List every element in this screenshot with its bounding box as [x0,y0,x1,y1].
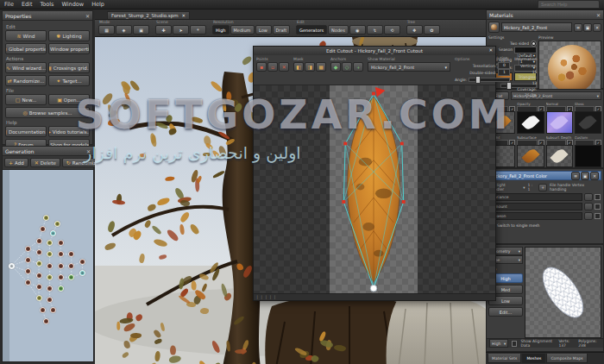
map-thumbnail-subsurface[interactable] [517,145,544,167]
generator-node[interactable] [36,273,42,279]
generator-node[interactable] [54,221,60,227]
node-properties-header[interactable]: Hickory_Fall_2_Front Color ≡▣✕ [488,171,601,180]
document-tab[interactable]: Forest_Stump_2_Studio.spm ✕ [107,11,190,19]
material-action-icon[interactable]: ▣ [583,23,592,32]
property-field[interactable]: Variance [489,193,582,201]
generator-node[interactable] [58,274,64,280]
add-anchor-button[interactable]: ◆ [330,62,341,72]
handler-options[interactable]: File handle Vertex handling [550,183,601,191]
high-button[interactable]: High [212,25,230,35]
generator-node[interactable] [58,240,64,246]
tab-material-sets[interactable]: Material Sets [488,354,521,363]
generator-node[interactable] [40,307,46,313]
new-button[interactable]: ▢New... [5,94,47,105]
scene-tool-icon[interactable]: ✚ [155,25,172,35]
tab-meshes[interactable]: Meshes [522,354,545,363]
generator-node[interactable] [79,259,85,265]
mode-tool-icon[interactable]: ▣ [133,25,149,35]
generator-node[interactable] [47,240,53,246]
nodes-button[interactable]: Nodes [328,25,349,35]
randomize-button[interactable]: ⇄Randomize... [5,75,47,86]
close-icon[interactable]: ✕ [488,47,493,53]
edit-anchor-button[interactable]: ◇ [342,62,352,72]
stepper-button[interactable] [584,203,593,210]
property-field[interactable]: Season [489,212,582,220]
tessellation-field[interactable]: 0 [498,62,510,69]
new-anchor-button[interactable]: ＋ [353,62,363,72]
close-icon[interactable]: ✕ [182,13,186,18]
lighting-button[interactable]: ✺Lighting [48,30,90,41]
generation-node-graph[interactable] [3,170,93,361]
video-tutorials-button[interactable]: ▶Video tutorials... [48,126,90,137]
generator-node[interactable] [36,295,42,301]
close-icon[interactable]: ✕ [86,148,91,154]
generator-node[interactable] [58,251,64,257]
property-checkbox[interactable] [595,204,601,210]
generator-node[interactable] [50,307,56,313]
generators-button[interactable]: Generators [296,25,327,35]
cutout-canvas[interactable] [254,85,495,293]
checkbox[interactable] [512,341,517,347]
map-thumbnail-custom[interactable] [575,145,601,167]
apex-flag[interactable] [375,87,386,97]
material-ball-icon[interactable] [488,22,500,33]
map-thumbnail-opacity[interactable] [517,111,544,134]
panel-action-icon[interactable]: ✕ [590,172,599,180]
edit-tool-icon[interactable]: ⟲ [384,25,400,35]
generator-node[interactable] [47,263,53,269]
material-action-icon[interactable]: ≡ [574,23,582,32]
generator-node[interactable] [43,215,49,221]
generator-node[interactable] [9,263,15,269]
double-sided-field[interactable]: 1 [498,69,510,76]
open-button[interactable]: ▣Open... [48,94,90,105]
edit-mesh-button[interactable]: Edit... [488,307,523,317]
panel-action-icon[interactable]: ≡ [571,172,580,180]
generator-node[interactable] [25,246,31,252]
documentation-button[interactable]: ▥Documentation... [5,126,47,137]
medium-button[interactable]: Medium [230,25,255,35]
menu-file[interactable]: File [4,1,14,8]
material-action-icon[interactable]: ✕ [593,23,601,32]
crossings-grid-button[interactable]: ▦Crossings grid... [48,62,90,73]
mask-show-button[interactable]: ◧ [293,62,304,72]
material-name-field[interactable]: Hickory_Fall_2_Front [501,22,572,32]
generator-node[interactable] [36,238,42,244]
add-node-button[interactable]: +Add [4,158,28,167]
generator-node[interactable] [40,226,46,232]
mask-grid-button[interactable]: ▦ [316,62,326,72]
window-properties-button[interactable]: ▤Window properties [48,43,90,54]
map-thumbnail-normal[interactable] [546,111,573,134]
close-icon[interactable]: ✕ [596,12,601,18]
move-point-button[interactable]: ▫ [267,62,278,72]
scene-tool-icon[interactable]: ⌖ [190,25,206,35]
property-field[interactable]: Amount [489,203,582,210]
map-thumbnail-subsurf-depth[interactable] [546,145,573,167]
browse-samples-button[interactable]: ◎Browse samples... [5,107,90,118]
mask-invert-button[interactable]: ◨ [305,62,315,72]
generator-node[interactable] [36,249,42,255]
angle-slider[interactable] [469,78,510,82]
close-icon[interactable]: ✕ [85,13,90,19]
generator-node[interactable] [58,263,64,269]
target-button[interactable]: ✦Target... [48,75,90,86]
generator-node[interactable] [68,263,74,269]
global-properties-button[interactable]: ◐Global properties [5,43,47,54]
mode-tool-icon[interactable]: ◈ [116,25,132,35]
tab-composite-maps[interactable]: Composite Maps [546,354,587,363]
mode-tool-icon[interactable]: ▦ [98,25,115,35]
map-thumbnail-gloss[interactable] [575,111,601,134]
stepper-button[interactable] [584,212,593,220]
wind-button[interactable]: ≋Wind [5,30,47,41]
generator-node[interactable] [43,318,49,324]
scene-tool-icon[interactable]: ➤ [173,25,189,35]
delete-node-button[interactable]: ✕Delete [30,158,60,167]
edit-tool-icon[interactable]: ↯ [367,25,383,35]
generator-node[interactable] [58,286,64,292]
menu-window[interactable]: Window [62,1,85,8]
generator-node[interactable] [25,257,31,263]
property-checkbox[interactable] [595,213,601,219]
add-handler-button[interactable]: + [538,184,547,191]
delete-point-button[interactable]: ✕ [279,62,289,72]
wind-wizard-button[interactable]: ∿Wind wizard... [5,62,47,73]
search-help-input[interactable] [538,0,600,9]
